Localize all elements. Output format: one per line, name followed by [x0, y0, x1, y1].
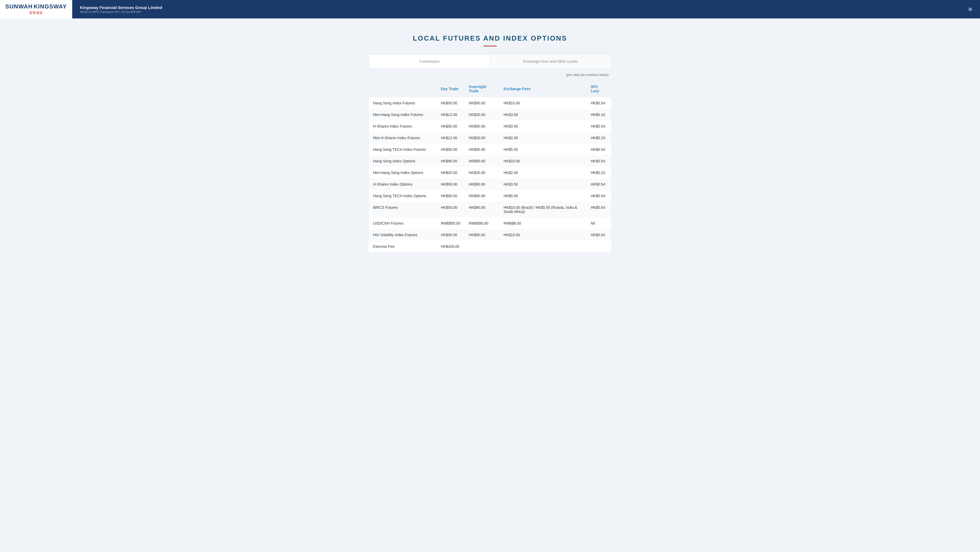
cell-overnight_trade: HK$90.00 [465, 120, 500, 132]
cell-exchange_fees: HK$10.00 (Brazil) / HK$5.00 (Russia, Ind… [500, 202, 587, 217]
cell-exchange_fees: HK$3.50 [500, 120, 587, 132]
cell-sfc_levy: HK$0.54 [587, 144, 611, 155]
cell-day_trade: HK$12.00 [437, 132, 465, 144]
cell-sfc_levy: HK$0.54 [587, 229, 611, 241]
table-row: Hang Seng Index OptionsHK$90.00HK$90.00H… [369, 155, 611, 167]
cell-instrument: Mini-Hang Seng Index Options [369, 167, 437, 179]
site-header: SUNWAH KINGSWAY 新華滙富 Kingsway Financial … [0, 0, 980, 18]
cell-exchange_fees: HK$2.00 [500, 132, 587, 144]
logo: SUNWAH KINGSWAY 新華滙富 [5, 3, 67, 15]
col-header-sfc-levy: SFC Levy [587, 82, 611, 97]
cell-instrument: Hang Seng TECH Index Options [369, 190, 437, 202]
menu-icon[interactable]: ≡ [961, 6, 980, 13]
cell-overnight_trade [465, 241, 500, 252]
tab-commission[interactable]: Commission [369, 54, 490, 68]
table-row: Mini H-Shares Index FuturesHK$12.00HK$20… [369, 132, 611, 144]
cell-sfc_levy: HK$0.10 [587, 132, 611, 144]
table-body: Hang Seng Index FuturesHK$50.00HK$90.00H… [369, 97, 611, 252]
table-row: Mini-Hang Seng Index OptionsHK$20.00HK$2… [369, 167, 611, 179]
cell-sfc_levy: HK$0.54 [587, 120, 611, 132]
logo-chinese: 新華滙富 [5, 11, 67, 15]
cell-overnight_trade: HK$90.00 [465, 155, 500, 167]
table-row: Exercise FeeHK$100.00 [369, 241, 611, 252]
cell-day_trade: HK$90.00 [437, 155, 465, 167]
table-row: USD/CNH FuturesRMB$50.00RMB$90.00RMB$8.0… [369, 217, 611, 229]
cell-instrument: Hang Seng TECH Index Futures [369, 144, 437, 155]
tab-exchange-fees[interactable]: Exchange Fees and Other Levies [490, 54, 611, 68]
cell-instrument: Hang Seng Index Options [369, 155, 437, 167]
cell-sfc_levy: HK$0.10 [587, 167, 611, 179]
cell-sfc_levy: HK$0.54 [587, 202, 611, 217]
col-header-exchange-fees: Exchange Fees [500, 82, 587, 97]
col-header-overnight-trade: Overnight Trade [465, 82, 500, 97]
cell-instrument: H-Shares Index Options [369, 179, 437, 190]
col-header-day-trade: Day Trade [437, 82, 465, 97]
cell-exchange_fees: RMB$8.00 [500, 217, 587, 229]
cell-exchange_fees: HK$10.00 [500, 155, 587, 167]
cell-sfc_levy: HK$0.54 [587, 155, 611, 167]
cell-sfc_levy: HK$0.54 [587, 97, 611, 109]
cell-instrument: Mini-Hang Seng Index Futures [369, 109, 437, 120]
table-row: Hang Seng TECH Index OptionsHK$90.00HK$9… [369, 190, 611, 202]
per-side-note: (per side per contract basis) [369, 73, 611, 77]
cell-overnight_trade: HK$90.00 [465, 229, 500, 241]
cell-exchange_fees [500, 241, 587, 252]
cell-day_trade: HK$90.00 [437, 190, 465, 202]
header-info: Kingsway Financial Services Group Limite… [72, 5, 961, 13]
table-row: Mini-Hang Seng Index FuturesHK$12.00HK$2… [369, 109, 611, 120]
cell-exchange_fees: HK$10.00 [500, 229, 587, 241]
company-name: Kingsway Financial Services Group Limite… [80, 5, 953, 10]
cell-exchange_fees: HK$3.50 [500, 109, 587, 120]
cell-overnight_trade: HK$90.00 [465, 179, 500, 190]
cell-day_trade: HK$50.00 [437, 202, 465, 217]
table-row: Hang Seng TECH Index FuturesHK$50.00HK$9… [369, 144, 611, 155]
cell-sfc_levy: HK$0.54 [587, 190, 611, 202]
cell-overnight_trade: HK$90.00 [465, 202, 500, 217]
cell-day_trade: HK$50.00 [437, 144, 465, 155]
tabs-container: Commission Exchange Fees and Other Levie… [369, 54, 611, 69]
cell-instrument: USD/CNH Futures [369, 217, 437, 229]
logo-area: SUNWAH KINGSWAY 新華滙富 [0, 0, 72, 18]
table-row: H-Shares Index OptionsHK$90.00HK$90.00HK… [369, 179, 611, 190]
cell-day_trade: HK$50.00 [437, 229, 465, 241]
cell-exchange_fees: HK$5.00 [500, 190, 587, 202]
cell-exchange_fees: HK$3.50 [500, 179, 587, 190]
cell-overnight_trade: RMB$90.00 [465, 217, 500, 229]
table-row: Hang Seng Index FuturesHK$50.00HK$90.00H… [369, 97, 611, 109]
cell-instrument: Hang Seng Index Futures [369, 97, 437, 109]
title-underline [484, 46, 497, 46]
cell-day_trade: HK$50.00 [437, 120, 465, 132]
cell-instrument: Mini H-Shares Index Futures [369, 132, 437, 144]
cell-sfc_levy: Nil [587, 217, 611, 229]
main-content: LOCAL FUTURES AND INDEX OPTIONS Commissi… [364, 18, 617, 263]
cell-instrument: HSI Volatility Index Futures [369, 229, 437, 241]
cell-exchange_fees: HK$2.00 [500, 167, 587, 179]
logo-sunwah: SUNWAH [5, 3, 33, 10]
cell-overnight_trade: HK$90.00 [465, 97, 500, 109]
page-title: LOCAL FUTURES AND INDEX OPTIONS [369, 34, 611, 42]
cell-overnight_trade: HK$90.00 [465, 190, 500, 202]
cell-day_trade: HK$100.00 [437, 241, 465, 252]
cell-instrument: Exercise Fee [369, 241, 437, 252]
table-row: BRICS FuturesHK$50.00HK$90.00HK$10.00 (B… [369, 202, 611, 217]
cell-sfc_levy [587, 241, 611, 252]
cell-day_trade: RMB$50.00 [437, 217, 465, 229]
cell-day_trade: HK$90.00 [437, 179, 465, 190]
cell-exchange_fees: HK$5.00 [500, 144, 587, 155]
table-row: HSI Volatility Index FuturesHK$50.00HK$9… [369, 229, 611, 241]
cell-overnight_trade: HK$20.00 [465, 167, 500, 179]
cell-sfc_levy: HK$0.54 [587, 179, 611, 190]
company-sub: SEHK & HKFE Participant SFC CE No ADF346 [80, 10, 953, 13]
fees-table: Day Trade Overnight Trade Exchange Fees … [369, 82, 611, 252]
cell-instrument: BRICS Futures [369, 202, 437, 217]
cell-exchange_fees: HK$10.00 [500, 97, 587, 109]
table-row: H-Shares Index FuturesHK$50.00HK$90.00HK… [369, 120, 611, 132]
cell-day_trade: HK$12.00 [437, 109, 465, 120]
col-header-instrument [369, 82, 437, 97]
cell-day_trade: HK$50.00 [437, 97, 465, 109]
logo-kingsway: KINGSWAY [34, 3, 67, 10]
cell-overnight_trade: HK$20.00 [465, 132, 500, 144]
cell-day_trade: HK$20.00 [437, 167, 465, 179]
cell-sfc_levy: HK$0.10 [587, 109, 611, 120]
cell-overnight_trade: HK$20.00 [465, 109, 500, 120]
